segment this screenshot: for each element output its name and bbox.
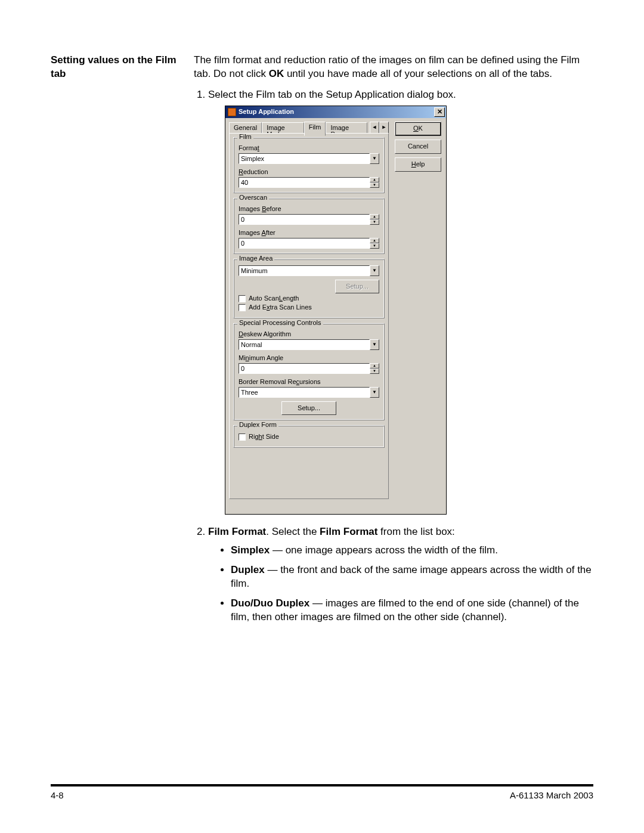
page-number: 4-8 xyxy=(51,790,64,800)
border-label: Border Removal Recursions xyxy=(239,379,379,385)
deskew-input[interactable] xyxy=(239,339,370,350)
chevron-down-icon[interactable]: ▼ xyxy=(370,153,379,164)
border-input[interactable] xyxy=(239,387,370,398)
spin-down-icon[interactable]: ▼ xyxy=(370,219,379,225)
reduction-input[interactable] xyxy=(239,177,370,188)
spin-up-icon[interactable]: ▲ xyxy=(370,238,379,243)
reduction-label: Reduction xyxy=(239,169,379,175)
right-side-checkbox[interactable]: Right Side xyxy=(239,433,379,441)
group-special-processing: Special Processing Controls Deskew Algor… xyxy=(233,323,385,420)
image-area-setup-button: Setup... xyxy=(335,280,379,293)
image-area-input[interactable] xyxy=(239,265,370,276)
border-combo[interactable]: ▼ xyxy=(239,387,379,398)
page-footer: 4-8 A-61133 March 2003 xyxy=(51,784,593,800)
images-after-input[interactable] xyxy=(239,238,370,249)
tab-scroll-left-icon[interactable]: ◄ xyxy=(370,122,379,134)
bullet-duplex: Duplex — the front and back of the same … xyxy=(231,563,593,591)
tab-film[interactable]: Film xyxy=(304,122,326,136)
min-angle-spin[interactable]: ▲▼ xyxy=(239,363,379,374)
spin-up-icon[interactable]: ▲ xyxy=(370,177,379,182)
chevron-down-icon[interactable]: ▼ xyxy=(370,339,379,350)
app-icon xyxy=(228,108,236,116)
group-image-area: Image Area ▼ Setup... Auto Scan Length xyxy=(233,259,385,318)
step-2: Film Format. Select the Film Format from… xyxy=(208,525,593,624)
chevron-down-icon[interactable]: ▼ xyxy=(370,265,379,276)
images-after-label: Images After xyxy=(239,230,379,236)
format-input[interactable] xyxy=(239,153,370,164)
doc-id: A-61133 March 2003 xyxy=(510,790,593,800)
tab-scroll-right-icon[interactable]: ► xyxy=(379,122,389,134)
format-label: Format xyxy=(239,145,379,151)
chevron-down-icon[interactable]: ▼ xyxy=(370,387,379,398)
special-setup-button[interactable]: Setup... xyxy=(281,401,336,415)
help-button[interactable]: Help xyxy=(395,157,441,172)
tab-strip: General Image Marks Film Image Proce ◄ ► xyxy=(229,122,389,134)
reduction-spin[interactable]: ▲▼ xyxy=(239,177,379,188)
cancel-button[interactable]: Cancel xyxy=(395,140,441,154)
auto-scan-length-checkbox[interactable]: Auto Scan Length xyxy=(239,295,379,302)
window-title: Setup Application xyxy=(239,109,434,115)
min-angle-label: Minimum Angle xyxy=(239,355,379,361)
images-before-input[interactable] xyxy=(239,214,370,225)
spin-up-icon[interactable]: ▲ xyxy=(370,214,379,219)
titlebar: Setup Application ✕ xyxy=(225,106,446,118)
add-extra-scan-lines-checkbox[interactable]: Add Extra Scan Lines xyxy=(239,304,379,311)
group-film: Film Format ▼ Reduction xyxy=(233,137,385,193)
spin-down-icon[interactable]: ▼ xyxy=(370,182,379,188)
close-icon[interactable]: ✕ xyxy=(434,107,445,117)
intro-paragraph: The film format and reduction ratio of t… xyxy=(194,54,593,81)
min-angle-input[interactable] xyxy=(239,363,370,374)
images-after-spin[interactable]: ▲▼ xyxy=(239,238,379,249)
side-heading: Setting values on the Film tab xyxy=(51,54,194,81)
images-before-spin[interactable]: ▲▼ xyxy=(239,214,379,225)
spin-down-icon[interactable]: ▼ xyxy=(370,368,379,374)
bullet-duo: Duo/Duo Duplex — images are filmed to th… xyxy=(231,597,593,624)
setup-application-dialog: Setup Application ✕ General Image Marks … xyxy=(225,106,447,515)
image-area-combo[interactable]: ▼ xyxy=(239,265,379,276)
step-1: Select the Film tab on the Setup Applica… xyxy=(208,88,593,515)
tab-scroll[interactable]: ◄ ► xyxy=(370,122,389,134)
ok-button[interactable]: OK xyxy=(395,122,441,136)
deskew-label: Deskew Algorithm xyxy=(239,331,379,337)
group-duplex-form: Duplex Form Right Side xyxy=(233,425,385,448)
images-before-label: Images Before xyxy=(239,206,379,212)
spin-up-icon[interactable]: ▲ xyxy=(370,363,379,368)
bullet-simplex: Simplex — one image appears across the w… xyxy=(231,544,593,558)
group-overscan: Overscan Images Before ▲▼ Images After xyxy=(233,198,385,254)
spin-down-icon[interactable]: ▼ xyxy=(370,243,379,249)
format-combo[interactable]: ▼ xyxy=(239,153,379,164)
main-column: The film format and reduction ratio of t… xyxy=(194,54,593,632)
deskew-combo[interactable]: ▼ xyxy=(239,339,379,350)
